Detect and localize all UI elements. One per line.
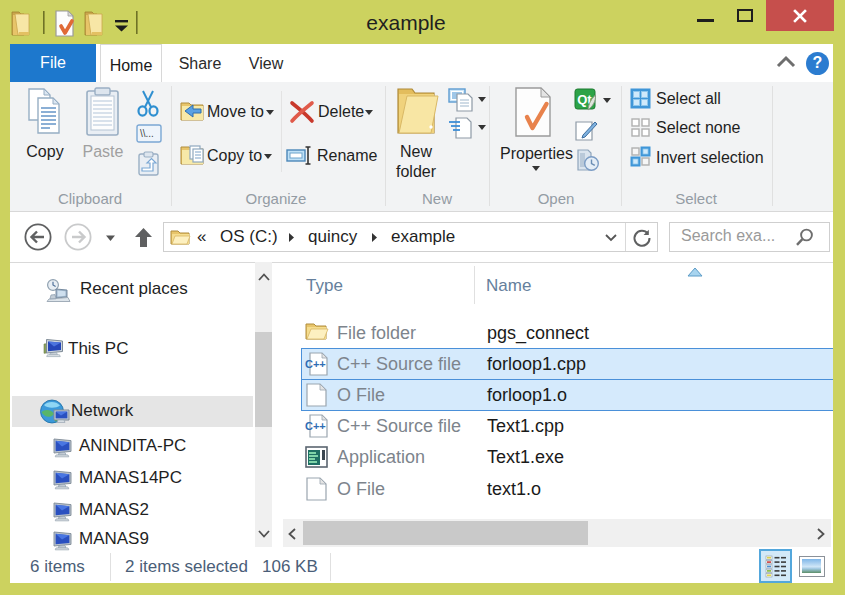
svg-text:\\...: \\... xyxy=(140,128,154,139)
svg-text:C++: C++ xyxy=(305,358,326,370)
svg-text:C++: C++ xyxy=(305,420,326,432)
